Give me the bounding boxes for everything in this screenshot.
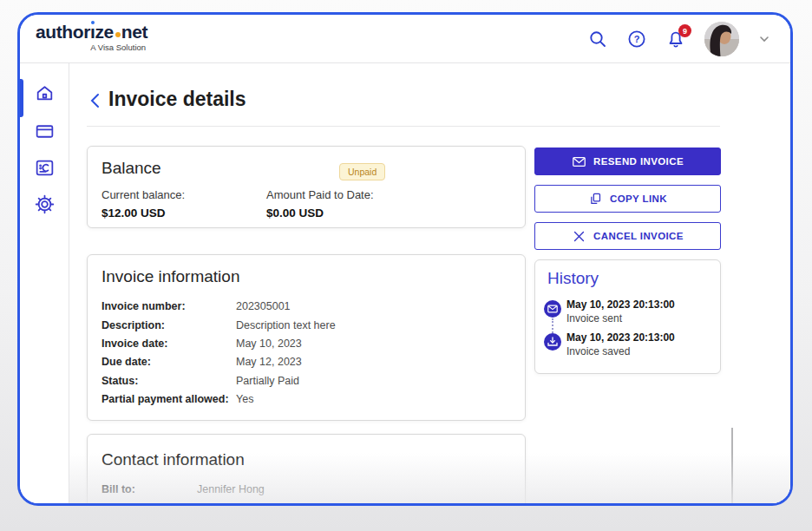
resend-invoice-button[interactable]: RESEND INVOICE	[534, 148, 721, 175]
sidebar-item-payments[interactable]	[34, 121, 56, 142]
help-icon[interactable]: ?	[626, 29, 647, 49]
svg-text:?: ?	[634, 34, 640, 44]
copy-icon	[588, 192, 603, 206]
x-icon	[572, 229, 586, 244]
history-timestamp: May 10, 2023 20:13:00	[566, 331, 675, 344]
scrollbar-thumb[interactable]	[731, 428, 733, 504]
invoice-row: Description:Description text here	[102, 319, 336, 331]
back-button[interactable]	[88, 91, 103, 110]
status-badge: Unpaid	[339, 163, 385, 180]
app-window: authorızenet A Visa Solution ? 9	[17, 12, 793, 506]
balance-title: Balance	[102, 159, 161, 178]
search-icon[interactable]	[587, 29, 608, 49]
avatar[interactable]	[704, 22, 739, 56]
bell-icon[interactable]: 9	[665, 29, 686, 49]
logo-orange-dot	[115, 32, 121, 37]
logo-i-dot	[91, 21, 95, 24]
sidebar	[20, 63, 69, 506]
cancel-invoice-button[interactable]: CANCEL INVOICE	[534, 222, 721, 250]
header-actions: ? 9	[587, 15, 771, 63]
save-icon	[544, 333, 561, 351]
history-event-label: Invoice sent	[566, 312, 622, 324]
notification-badge: 9	[678, 24, 691, 37]
logo-tagline: A Visa Solution	[36, 43, 147, 52]
authorize-net-logo: authorızenet A Visa Solution	[36, 22, 147, 52]
history-title: History	[547, 269, 599, 288]
invoice-row: Status:Partially Paid	[102, 375, 299, 387]
envelope-icon	[544, 300, 561, 318]
contact-information-title: Contact information	[102, 450, 245, 469]
amount-paid: Amount Paid to Date: $0.00 USD	[266, 188, 374, 220]
invoice-row: Due date:May 12, 2023	[102, 356, 302, 368]
history-timestamp: May 10, 2023 20:13:00	[566, 298, 675, 311]
main-content: Invoice details Balance Unpaid Current b…	[69, 63, 790, 506]
page-title: Invoice details	[108, 88, 246, 111]
chevron-left-icon	[88, 91, 103, 110]
contact-row: Bill to:Jennifer Hong	[102, 483, 265, 495]
history-card: History May 10, 2023 20:13:00 Invoice se…	[534, 259, 721, 374]
envelope-icon	[572, 154, 586, 169]
contact-row: Email:Jennifer@email.com	[102, 504, 296, 506]
invoice-row: Invoice date:May 10, 2023	[102, 338, 302, 350]
terminal-icon	[34, 157, 56, 179]
invoice-row: Partial payment allowed:Yes	[102, 393, 253, 405]
sidebar-item-settings[interactable]	[34, 193, 56, 215]
timeline-connector	[552, 318, 553, 333]
card-icon	[34, 121, 56, 142]
gear-icon	[34, 193, 56, 215]
balance-card: Balance Unpaid Current balance: $12.00 U…	[87, 146, 526, 228]
copy-link-button[interactable]: COPY LINK	[534, 185, 721, 213]
sidebar-active-indicator	[20, 79, 23, 117]
chevron-down-icon[interactable]	[757, 32, 771, 46]
invoice-information-card: Invoice information Invoice number:20230…	[87, 254, 526, 421]
logo-text: authorızenet	[36, 22, 147, 43]
invoice-information-title: Invoice information	[102, 267, 239, 286]
current-balance-label: Current balance:	[102, 188, 185, 201]
header: authorızenet A Visa Solution ? 9	[20, 15, 790, 63]
contact-information-card: Contact information Bill to:Jennifer Hon…	[87, 434, 526, 506]
sidebar-item-invoicing[interactable]	[34, 157, 56, 179]
sidebar-item-home[interactable]	[34, 82, 56, 104]
current-balance-value: $12.00 USD	[102, 206, 185, 220]
current-balance: Current balance: $12.00 USD	[102, 188, 185, 220]
amount-paid-value: $0.00 USD	[266, 206, 374, 220]
history-event-label: Invoice saved	[566, 345, 630, 357]
amount-paid-label: Amount Paid to Date:	[266, 188, 374, 201]
title-divider	[87, 126, 720, 127]
home-icon	[34, 82, 56, 104]
invoice-row: Invoice number:202305001	[102, 300, 291, 312]
